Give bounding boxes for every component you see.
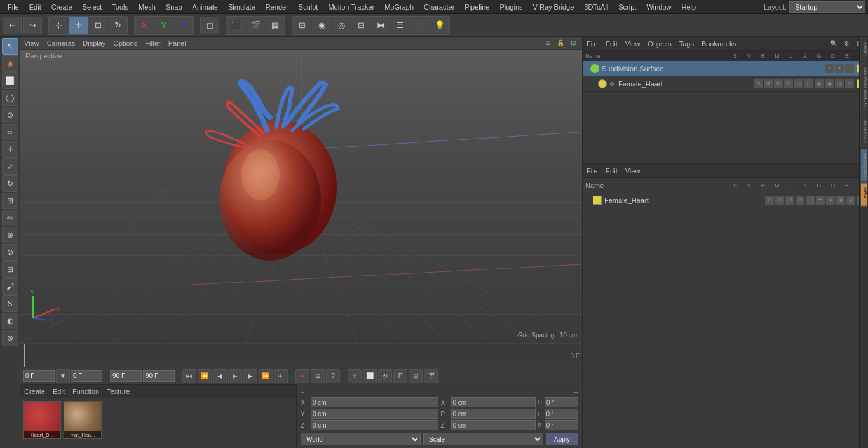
obj-menu-bookmarks[interactable]: Bookmarks: [702, 40, 736, 48]
vp-menu-cameras[interactable]: Cameras: [47, 39, 76, 47]
attr-menu-view[interactable]: View: [625, 167, 641, 175]
tool-lasso[interactable]: ⊙: [2, 107, 18, 123]
attr-icon-5[interactable]: ⊣: [806, 196, 815, 205]
select-tool[interactable]: ⊹: [49, 17, 68, 34]
attr-icon-2[interactable]: ⊞: [775, 196, 784, 205]
x-axis[interactable]: X: [135, 17, 154, 34]
menu-pipeline[interactable]: Pipeline: [459, 2, 494, 12]
pb-next-step[interactable]: ▶: [243, 369, 257, 383]
obj-row-femaleheart[interactable]: ⊙ Female_Heart ⊙ ⊞ ⊟ ⊡ ⊣ ⊢ ◈ ◉ ◎ X: [583, 76, 868, 92]
pb-prev-frame[interactable]: ⏪: [198, 369, 212, 383]
menu-file[interactable]: File: [3, 2, 24, 12]
attr-icon-4[interactable]: ⊡: [796, 196, 804, 205]
attr-menu-edit[interactable]: Edit: [606, 167, 618, 175]
render-to-po[interactable]: 🎬: [246, 17, 265, 34]
obj-icon-e-fheart[interactable]: ◎: [835, 79, 844, 88]
coord-sys[interactable]: ⊞: [292, 17, 311, 34]
obj-icon-g-fheart[interactable]: ◈: [815, 79, 824, 88]
pb-arrow-down[interactable]: ▼: [56, 369, 70, 383]
render-region[interactable]: ⬛: [226, 17, 245, 34]
tool-rotate[interactable]: ↻: [2, 175, 18, 192]
scale-tool[interactable]: ⊡: [88, 17, 107, 34]
obj-icon-l-fheart[interactable]: ⊣: [794, 79, 803, 88]
vp-menu-panel[interactable]: Panel: [168, 39, 186, 47]
menu-tools[interactable]: Tools: [107, 2, 133, 12]
obj-icon-x-fheart[interactable]: X: [845, 79, 854, 88]
obj-icon-v-subdiv[interactable]: ●: [835, 64, 844, 73]
mat-menu-create[interactable]: Create: [24, 388, 45, 395]
tool-record[interactable]: ⊛: [2, 330, 18, 346]
menu-mesh[interactable]: Mesh: [133, 2, 161, 12]
tool-scale[interactable]: ⤢: [2, 158, 18, 175]
mat-menu-edit[interactable]: Edit: [53, 388, 65, 395]
render-selected[interactable]: ▦: [266, 17, 285, 34]
attr-icon-3[interactable]: ⊟: [785, 196, 794, 205]
obj-settings-icon[interactable]: ⚙: [841, 39, 851, 49]
tab-attributes[interactable]: Attributes: [860, 149, 867, 182]
pb-key1[interactable]: ⬜: [363, 369, 377, 383]
attr-icon-7[interactable]: ◈: [826, 196, 835, 205]
pb-record[interactable]: ●: [295, 369, 309, 383]
coord-z-input[interactable]: [311, 420, 438, 430]
attr-icon-8[interactable]: ◉: [836, 196, 845, 205]
vp-menu-options[interactable]: Options: [113, 39, 137, 47]
tool-live-select[interactable]: ◉: [2, 55, 18, 72]
obj-search-icon[interactable]: 🔍: [829, 39, 839, 49]
attr-icon-6[interactable]: ⊢: [816, 196, 825, 205]
coord-x-input[interactable]: [311, 397, 438, 407]
menu-motion-tracker[interactable]: Motion Tracker: [323, 2, 379, 12]
pb-prev-step[interactable]: ◀: [213, 369, 227, 383]
object-mode[interactable]: ◻: [200, 17, 219, 34]
menu-plugins[interactable]: Plugins: [494, 2, 527, 12]
pb-question[interactable]: ?: [326, 369, 340, 383]
menu-help[interactable]: Help: [677, 2, 702, 12]
menu-snap[interactable]: Snap: [161, 2, 187, 12]
tool-joint[interactable]: ⊕: [2, 227, 18, 243]
tool-rect[interactable]: ⬜: [2, 72, 18, 89]
obj-icon-s-subdiv[interactable]: ✓: [825, 64, 834, 73]
menu-script[interactable]: Script: [613, 2, 641, 12]
material-mat-hea[interactable]: mat_Hea...: [64, 401, 102, 439]
obj-icon-m-fheart[interactable]: ⊡: [784, 79, 793, 88]
z-axis[interactable]: Z: [174, 17, 193, 34]
obj-menu-tags[interactable]: Tags: [679, 40, 694, 48]
light-btn[interactable]: 💡: [430, 17, 449, 34]
grid-btn[interactable]: ⊟: [351, 17, 370, 34]
y-axis[interactable]: Y: [154, 17, 173, 34]
menu-render[interactable]: Render: [261, 2, 294, 12]
redo-button[interactable]: ↪: [23, 17, 42, 34]
obj-row-subdivision[interactable]: Subdivision Surface ✓ ● ⋯: [583, 61, 868, 76]
tool-circle[interactable]: ◯: [2, 90, 18, 106]
tab-content-browser[interactable]: Content Browser: [860, 63, 867, 114]
tool-magnet[interactable]: ⊘: [2, 244, 18, 261]
coord-p-input[interactable]: [451, 409, 536, 419]
mat-menu-texture[interactable]: Texture: [107, 388, 130, 395]
vp-menu-view[interactable]: View: [24, 39, 39, 47]
coord-b-input[interactable]: [545, 420, 578, 430]
viewport-3d[interactable]: Perspective Grid Spacing : 10 cm X Y Z: [20, 50, 582, 344]
menu-window[interactable]: Window: [641, 2, 676, 12]
menu-mograph[interactable]: MoGraph: [379, 2, 419, 12]
layout-select[interactable]: Startup: [789, 1, 865, 13]
tool-loop[interactable]: ∞: [2, 124, 18, 140]
menu-create[interactable]: Create: [46, 2, 78, 12]
tool-move[interactable]: ✛: [2, 141, 18, 158]
attr-icon-1[interactable]: ⊙: [765, 196, 774, 205]
rotate-tool[interactable]: ↻: [108, 17, 127, 34]
obj-menu-view[interactable]: View: [625, 40, 641, 48]
attr-obj-row-femaleheart[interactable]: Female_Heart ⊙ ⊞ ⊟ ⊡ ⊣ ⊢ ◈ ◉ ◎ X: [583, 193, 868, 207]
obj-icon-r-fheart[interactable]: ⊟: [774, 79, 783, 88]
coord-apply-button[interactable]: Apply: [546, 433, 578, 445]
vp-icon-lock[interactable]: 🔒: [555, 38, 566, 48]
frame-start-input[interactable]: [23, 370, 55, 382]
menu-simulate[interactable]: Simulate: [223, 2, 261, 12]
coord-size-x-input[interactable]: [451, 397, 536, 407]
mat-menu-function[interactable]: Function: [72, 388, 99, 395]
menu-character[interactable]: Character: [419, 2, 459, 12]
attr-icon-9[interactable]: ◎: [846, 196, 855, 205]
param-btn[interactable]: ☰: [391, 17, 410, 34]
vp-icon-layout[interactable]: ⊞: [543, 38, 553, 48]
obj-menu-file[interactable]: File: [587, 40, 598, 48]
menu-edit[interactable]: Edit: [24, 2, 46, 12]
coord-scale-select[interactable]: Scale: [423, 433, 543, 445]
